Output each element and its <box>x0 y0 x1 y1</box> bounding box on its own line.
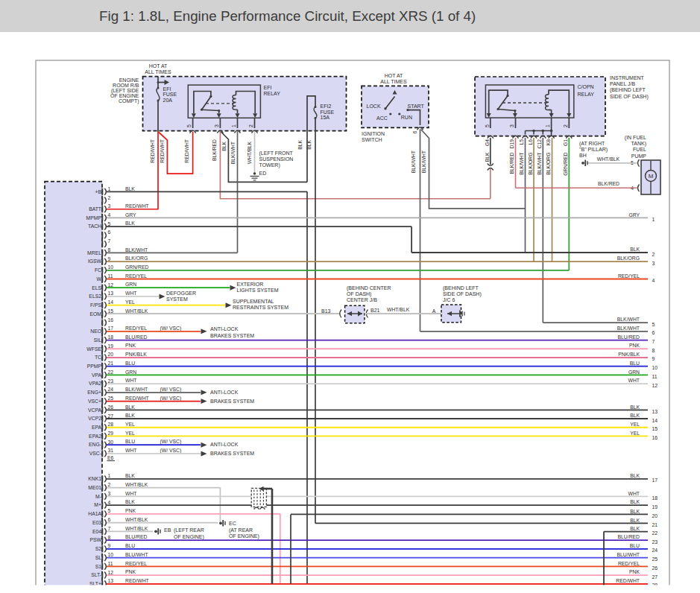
svg-text:GRN: GRN <box>125 282 136 287</box>
svg-text:17: 17 <box>108 326 114 331</box>
svg-text:(AT RIGHT: (AT RIGHT <box>579 141 605 147</box>
svg-text:BLU: BLU <box>630 361 640 366</box>
svg-text:L6: L6 <box>528 139 533 145</box>
svg-text:12: 12 <box>108 282 114 288</box>
svg-text:HOT AT: HOT AT <box>149 63 168 69</box>
svg-text:BLK: BLK <box>306 140 312 150</box>
svg-text:VCPA: VCPA <box>88 408 101 413</box>
svg-text:12: 12 <box>652 383 658 388</box>
svg-text:EPA: EPA <box>92 425 102 430</box>
svg-text:PUMP: PUMP <box>631 153 647 159</box>
svg-text:BLK: BLK <box>125 186 135 191</box>
svg-text:25: 25 <box>108 396 114 401</box>
svg-text:YEL: YEL <box>630 431 640 436</box>
svg-text:TANK): TANK) <box>631 141 646 147</box>
svg-text:RED/WHT: RED/WHT <box>184 139 189 163</box>
svg-text:23: 23 <box>108 378 114 384</box>
svg-text:BLK/WHT: BLK/WHT <box>411 150 416 173</box>
svg-text:VCP2: VCP2 <box>88 416 101 421</box>
svg-text:2: 2 <box>108 482 111 487</box>
svg-text:RED/WHT: RED/WHT <box>616 578 640 583</box>
svg-text:BLK/ORG: BLK/ORG <box>546 153 551 175</box>
svg-text:ELS2: ELS2 <box>89 294 101 299</box>
svg-text:2: 2 <box>563 124 568 127</box>
svg-text:J/C 6: J/C 6 <box>443 297 455 302</box>
svg-text:E6: E6 <box>107 455 114 460</box>
svg-text:(W/ VSC): (W/ VSC) <box>160 396 182 402</box>
svg-text:EFI2: EFI2 <box>321 104 332 109</box>
svg-text:5: 5 <box>186 124 192 127</box>
svg-text:RESTRAINTS SYSTEM: RESTRAINTS SYSTEM <box>233 305 288 310</box>
svg-text:A: A <box>432 308 436 314</box>
svg-text:10: 10 <box>108 264 114 270</box>
svg-text:ELS: ELS <box>92 285 101 291</box>
svg-text:5: 5 <box>108 508 111 513</box>
svg-text:SYSTEM: SYSTEM <box>166 296 188 302</box>
svg-text:BLK/ORG: BLK/ORG <box>528 153 533 175</box>
svg-text:8: 8 <box>108 247 111 253</box>
svg-text:26: 26 <box>108 405 114 410</box>
svg-text:17: 17 <box>652 478 658 483</box>
svg-text:BLK: BLK <box>630 509 640 514</box>
svg-text:22: 22 <box>108 370 114 375</box>
svg-text:TACH: TACH <box>88 223 101 229</box>
svg-text:BLK: BLK <box>630 499 640 504</box>
svg-text:BLK/ORG: BLK/ORG <box>125 256 148 261</box>
svg-text:(IN FUEL: (IN FUEL <box>625 135 646 141</box>
svg-text:7: 7 <box>108 238 111 244</box>
svg-text:FUSE: FUSE <box>163 92 177 97</box>
svg-text:IGNITION: IGNITION <box>362 131 385 136</box>
svg-text:(BEHIND LEFT: (BEHIND LEFT <box>443 285 479 291</box>
svg-text:BLK/RED: BLK/RED <box>598 181 619 186</box>
svg-text:C12: C12 <box>537 139 542 149</box>
svg-text:OF ENGINE: OF ENGINE <box>110 93 139 98</box>
svg-text:(W/ VSC): (W/ VSC) <box>160 439 182 445</box>
svg-text:NEO: NEO <box>90 329 101 334</box>
svg-text:ALL TIMES: ALL TIMES <box>380 79 407 84</box>
svg-text:EXTERIOR: EXTERIOR <box>237 282 264 287</box>
svg-text:5: 5 <box>108 221 111 226</box>
svg-text:OF ENGINE): OF ENGINE) <box>174 534 204 540</box>
svg-text:KNK1: KNK1 <box>88 476 101 481</box>
svg-text:20A: 20A <box>163 98 173 103</box>
svg-text:MPMP: MPMP <box>86 215 102 221</box>
svg-text:WHT/BLK: WHT/BLK <box>597 156 620 162</box>
svg-text:BLU: BLU <box>125 439 135 444</box>
svg-text:ME01: ME01 <box>88 485 101 490</box>
svg-text:14: 14 <box>652 418 658 423</box>
svg-text:BRAKES SYSTEM: BRAKES SYSTEM <box>210 333 254 338</box>
svg-text:(W/ VSC): (W/ VSC) <box>160 387 182 393</box>
svg-text:OF DASH): OF DASH) <box>347 291 371 297</box>
svg-text:BLU: BLU <box>630 543 640 548</box>
svg-text:WFSE: WFSE <box>86 346 101 352</box>
svg-text:PANEL J/B: PANEL J/B <box>610 81 636 86</box>
svg-text:TOWER): TOWER) <box>259 162 280 168</box>
svg-text:FUEL: FUEL <box>633 147 646 152</box>
svg-text:C/OPN: C/OPN <box>578 84 594 89</box>
svg-text:ANTI-LOCK: ANTI-LOCK <box>210 326 239 332</box>
svg-text:BLU/WHT: BLU/WHT <box>617 552 640 557</box>
svg-text:1: 1 <box>652 217 655 222</box>
svg-text:FUSE: FUSE <box>321 110 335 115</box>
svg-text:BLK: BLK <box>221 142 227 151</box>
svg-text:B13: B13 <box>321 308 331 314</box>
svg-text:2: 2 <box>652 252 655 257</box>
svg-text:WHT/BLK: WHT/BLK <box>125 517 148 522</box>
svg-text:(BEHIND LEFT: (BEHIND LEFT <box>610 87 646 93</box>
svg-text:BATT: BATT <box>89 206 101 212</box>
svg-text:RED/WHT: RED/WHT <box>125 578 149 583</box>
svg-text:GRN: GRN <box>628 370 640 375</box>
svg-text:BLU: BLU <box>125 543 135 548</box>
svg-text:4: 4 <box>108 500 111 505</box>
svg-text:VSC+: VSC+ <box>88 399 101 404</box>
svg-text:BH: BH <box>579 153 587 158</box>
svg-text:29: 29 <box>108 431 114 436</box>
svg-text:EFI: EFI <box>264 85 272 90</box>
svg-text:G4: G4 <box>485 139 490 146</box>
svg-text:SWITCH: SWITCH <box>362 137 382 142</box>
svg-text:ANTI-LOCK: ANTI-LOCK <box>210 442 239 447</box>
svg-text:WHT: WHT <box>628 491 640 496</box>
svg-text:WHT: WHT <box>125 378 136 383</box>
svg-text:RED/YEL: RED/YEL <box>618 561 640 566</box>
svg-text:CENTER J/B: CENTER J/B <box>347 297 377 302</box>
